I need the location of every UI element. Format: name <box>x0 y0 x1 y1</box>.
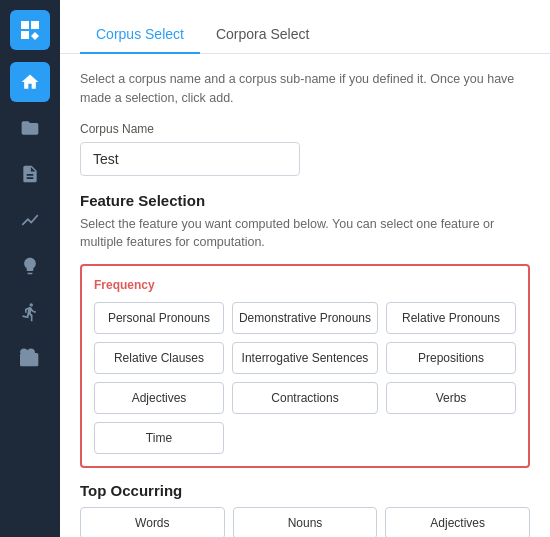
sidebar-item-storage[interactable] <box>10 338 50 378</box>
main-content: Corpus Select Corpora Select Select a co… <box>60 0 550 537</box>
btn-relative-clauses[interactable]: Relative Clauses <box>94 342 224 374</box>
btn-prepositions[interactable]: Prepositions <box>386 342 516 374</box>
top-occurring-title: Top Occurring <box>80 482 530 499</box>
btn-adjectives-top[interactable]: Adjectives <box>385 507 530 537</box>
top-occurring-grid: Words Nouns Adjectives <box>80 507 530 537</box>
btn-personal-pronouns[interactable]: Personal Pronouns <box>94 302 224 334</box>
sidebar-item-chart[interactable] <box>10 200 50 240</box>
sidebar-item-pointer[interactable] <box>10 292 50 332</box>
tab-corpora-select[interactable]: Corpora Select <box>200 16 325 54</box>
sidebar-item-folder[interactable] <box>10 108 50 148</box>
tabs: Corpus Select Corpora Select <box>60 16 550 54</box>
sidebar-item-document[interactable] <box>10 154 50 194</box>
feature-selection-title: Feature Selection <box>80 192 530 209</box>
sidebar-item-home[interactable] <box>10 62 50 102</box>
frequency-box: Frequency Personal Pronouns Demonstrativ… <box>80 264 530 468</box>
feature-selection-desc: Select the feature you want computed bel… <box>80 215 530 253</box>
btn-relative-pronouns[interactable]: Relative Pronouns <box>386 302 516 334</box>
sidebar-item-idea[interactable] <box>10 246 50 286</box>
page-description: Select a corpus name and a corpus sub-na… <box>80 70 530 108</box>
btn-words[interactable]: Words <box>80 507 225 537</box>
btn-time[interactable]: Time <box>94 422 224 454</box>
corpus-name-input[interactable] <box>80 142 300 176</box>
sidebar <box>0 0 60 537</box>
frequency-label: Frequency <box>94 278 516 292</box>
btn-demonstrative-pronouns[interactable]: Demonstrative Pronouns <box>232 302 378 334</box>
corpus-name-label: Corpus Name <box>80 122 530 136</box>
btn-adjectives-freq[interactable]: Adjectives <box>94 382 224 414</box>
top-occurring-section: Top Occurring Words Nouns Adjectives <box>80 482 530 537</box>
sidebar-logo[interactable] <box>10 10 50 50</box>
btn-interrogative-sentences[interactable]: Interrogative Sentences <box>232 342 378 374</box>
content-area: Select a corpus name and a corpus sub-na… <box>60 54 550 537</box>
btn-contractions[interactable]: Contractions <box>232 382 378 414</box>
frequency-grid: Personal Pronouns Demonstrative Pronouns… <box>94 302 516 454</box>
btn-verbs[interactable]: Verbs <box>386 382 516 414</box>
btn-nouns[interactable]: Nouns <box>233 507 378 537</box>
tab-corpus-select[interactable]: Corpus Select <box>80 16 200 54</box>
